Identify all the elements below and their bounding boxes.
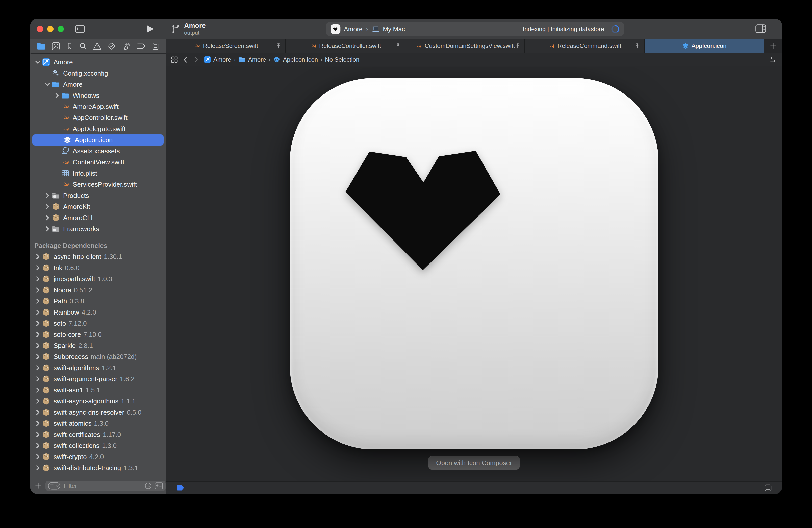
tree-row-amore[interactable]: Amore [30,79,165,90]
disclosure-right-icon[interactable] [34,330,42,339]
tree-row-contentview-swift[interactable]: ContentView.swift [30,157,165,168]
tree-row-path[interactable]: Path0.3.8 [30,296,165,307]
tree-row-rainbow[interactable]: Rainbow4.2.0 [30,307,165,318]
tree-row-swift-argument-parser[interactable]: swift-argument-parser1.6.2 [30,373,165,385]
pin-icon[interactable] [634,43,641,49]
tree-row-servicesprovider-swift[interactable]: ServicesProvider.swift [30,179,165,190]
swap-editor-icon[interactable] [769,56,778,63]
breadcrumb-appicon-icon[interactable]: AppIcon.icon [273,56,318,63]
run-destination[interactable]: My Mac [383,26,405,33]
breadcrumb-no-selection[interactable]: No Selection [325,56,359,63]
toggle-inspector-icon[interactable] [755,24,766,33]
tree-row-swift-async-algorithms[interactable]: swift-async-algorithms1.1.1 [30,396,165,407]
tree-row-swift-algorithms[interactable]: swift-algorithms1.2.1 [30,362,165,373]
disclosure-right-icon[interactable] [43,225,52,233]
tree-row-noora[interactable]: Noora0.51.2 [30,284,165,296]
tree-row-jmespath-swift[interactable]: jmespath.swift1.0.3 [30,273,165,284]
navigator-warning-icon[interactable] [93,42,102,51]
run-button[interactable] [146,24,155,33]
tree-row-amoreapp-swift[interactable]: AmoreApp.swift [30,101,165,112]
zoom-button[interactable] [58,26,64,32]
tree-row-amorekit[interactable]: AmoreKit [30,201,165,212]
tree-row-config-xcconfig[interactable]: Config.xcconfig [30,68,165,79]
tree-row-products[interactable]: Products [30,190,165,201]
disclosure-right-icon[interactable] [34,442,42,450]
tree-row-appcontroller-swift[interactable]: AppController.swift [30,112,165,123]
disclosure-right-icon[interactable] [34,397,42,405]
disclosure-right-icon[interactable] [34,453,42,461]
navigator-folder-navigator-icon[interactable] [37,41,46,51]
tag-icon[interactable] [176,484,185,491]
tree-row-amorecli[interactable]: AmoreCLI [30,212,165,223]
navigator-search-icon[interactable] [79,42,87,51]
navigator-debug-spray-icon[interactable] [122,42,131,51]
breadcrumb-amore[interactable]: Amore [203,56,231,63]
tab-releasescreen-swift[interactable]: ReleaseScreen.swift [166,39,286,53]
tree-row-subprocess[interactable]: Subprocessmain (ab2072d) [30,351,165,362]
related-items-icon[interactable] [171,56,178,63]
disclosure-right-icon[interactable] [34,430,42,439]
filter-input[interactable] [63,482,142,489]
tree-row-sparkle[interactable]: Sparkle2.8.1 [30,340,165,351]
tree-row-swift-crypto[interactable]: swift-crypto4.2.0 [30,451,165,462]
disclosure-right-icon[interactable] [34,253,42,261]
disclosure-right-icon[interactable] [34,364,42,372]
disclosure-right-icon[interactable] [34,297,42,305]
disclosure-right-icon[interactable] [34,264,42,272]
new-tab-button[interactable] [764,39,782,53]
tab-releasecontroller-swift[interactable]: ReleaseController.swift [286,39,406,53]
disclosure-right-icon[interactable] [43,191,52,200]
pin-icon[interactable] [275,43,282,49]
disclosure-right-icon[interactable] [43,203,52,211]
navigator-bookmark-icon[interactable] [66,42,73,50]
disclosure-right-icon[interactable] [34,386,42,394]
disclosure-right-icon[interactable] [34,419,42,427]
pin-icon[interactable] [395,43,402,49]
minimize-button[interactable] [47,26,54,32]
tree-row-soto[interactable]: soto7.12.0 [30,318,165,329]
tree-row-async-http-client[interactable]: async-http-client1.30.1 [30,251,165,262]
disclosure-right-icon[interactable] [34,408,42,416]
toggle-debug-area-icon[interactable] [764,484,772,491]
tree-row-swift-distributed-tracing[interactable]: swift-distributed-tracing1.3.1 [30,462,165,473]
tree-row-swift-certificates[interactable]: swift-certificates1.17.0 [30,429,165,440]
tree-row-ink[interactable]: Ink0.6.0 [30,262,165,273]
scheme-name[interactable]: Amore [344,26,363,33]
navigator-source-control-icon[interactable] [51,42,60,51]
navigator-test-diamond-icon[interactable] [107,42,116,51]
tree-row-swift-asn1[interactable]: swift-asn11.5.1 [30,385,165,396]
close-button[interactable] [37,26,43,32]
tree-row-windows[interactable]: Windows [30,90,165,101]
open-with-icon-composer-button[interactable]: Open with Icon Composer [429,456,520,470]
plus-minus-filter-icon[interactable] [155,482,163,489]
tree-row-appicon-icon[interactable]: AppIcon.icon [32,134,164,145]
disclosure-down-icon[interactable] [43,80,52,88]
recent-clock-icon[interactable] [144,482,152,489]
disclosure-right-icon[interactable] [34,342,42,349]
tree-row-info-plist[interactable]: Info.plist [30,168,165,179]
tree-row-amore[interactable]: Amore [30,57,165,68]
back-chevron-icon[interactable] [182,56,189,63]
tab-appicon-icon[interactable]: AppIcon.icon [644,39,764,53]
tree-row-swift-atomics[interactable]: swift-atomics1.3.0 [30,418,165,429]
disclosure-right-icon[interactable] [34,353,42,361]
forward-chevron-icon[interactable] [193,56,200,63]
disclosure-right-icon[interactable] [34,275,42,283]
tree-row-appdelegate-swift[interactable]: AppDelegate.swift [30,123,165,134]
tree-row-assets-xcassets[interactable]: Assets.xcassets [30,145,165,157]
disclosure-right-icon[interactable] [43,214,52,222]
add-item-icon[interactable] [34,482,42,489]
disclosure-right-icon[interactable] [34,308,42,316]
filter-field[interactable] [45,481,165,491]
disclosure-down-icon[interactable] [34,58,42,66]
disclosure-right-icon[interactable] [34,286,42,294]
tree-row-frameworks[interactable]: Frameworks [30,223,165,234]
disclosure-right-icon[interactable] [53,91,61,100]
toggle-sidebar-icon[interactable] [75,25,85,33]
tree-row-swift-collections[interactable]: swift-collections1.3.0 [30,440,165,451]
navigator-report-list-icon[interactable] [151,42,160,50]
disclosure-right-icon[interactable] [34,319,42,327]
disclosure-right-icon[interactable] [34,464,42,472]
navigator-breakpoint-tag-icon[interactable] [136,42,146,50]
disclosure-right-icon[interactable] [34,375,42,383]
